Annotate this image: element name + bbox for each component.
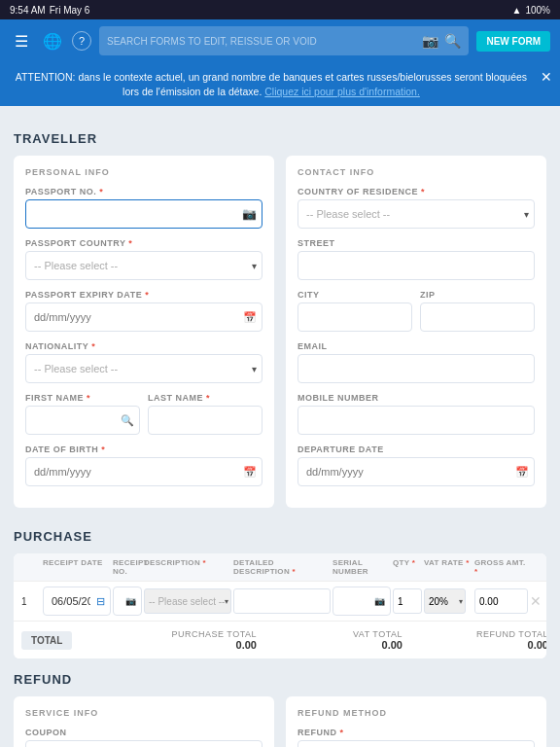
- last-name-field: LAST NAME *: [148, 393, 262, 435]
- status-bar: 9:54 AM Fri May 6 ▲ 100%: [0, 0, 560, 19]
- refund-method-header: REFUND METHOD: [298, 708, 535, 718]
- passport-camera-icon: [242, 207, 257, 221]
- last-name-input[interactable]: [148, 406, 262, 435]
- first-name-label: FIRST NAME *: [25, 393, 140, 403]
- traveller-section-header: TRAVELLER: [14, 131, 546, 146]
- passport-no-field: PASSPORT NO. *: [25, 187, 262, 229]
- passport-expiry-label: PASSPORT EXPIRY DATE *: [25, 290, 262, 300]
- col-description: DESCRIPTION *: [144, 558, 231, 576]
- refund-section-header: REFUND: [14, 672, 546, 687]
- row-date: [43, 587, 111, 616]
- col-serial: SERIAL NUMBER: [332, 558, 391, 576]
- contact-info-card: CONTACT INFO COUNTRY OF RESIDENCE * -- P…: [286, 156, 546, 508]
- refund-type-select[interactable]: Credit Card: [298, 740, 535, 747]
- serial-camera-icon: 📷: [374, 596, 385, 606]
- zip-label: ZIP: [420, 290, 535, 300]
- passport-expiry-calendar-icon: [243, 310, 257, 324]
- email-field: EMAIL: [298, 341, 535, 383]
- globe-icon[interactable]: 🌐: [41, 32, 64, 51]
- vat-total-label: VAT TOTAL: [264, 629, 402, 639]
- status-time: 9:54 AM: [10, 5, 46, 16]
- last-name-label: LAST NAME *: [148, 393, 262, 403]
- detailed-desc-input[interactable]: [233, 588, 331, 614]
- departure-date-calendar-icon: [515, 465, 529, 479]
- country-residence-select[interactable]: -- Please select --: [298, 199, 535, 229]
- row-num: 1: [21, 596, 41, 607]
- coupon-input[interactable]: [25, 740, 262, 747]
- street-label: STREET: [298, 238, 535, 248]
- help-icon[interactable]: ?: [72, 31, 91, 51]
- menu-icon[interactable]: ☰: [10, 32, 33, 51]
- table-row: 1 📷 -- Please select -- ▾: [14, 582, 546, 621]
- passport-country-select[interactable]: -- Please select --: [25, 251, 262, 280]
- wifi-icon: ▲: [512, 5, 522, 16]
- row-detailed-desc: [233, 588, 331, 614]
- dob-field: DATE OF BIRTH *: [25, 445, 262, 486]
- description-select[interactable]: -- Please select --: [144, 588, 231, 614]
- city-field: CITY: [298, 290, 412, 332]
- zip-field: ZIP: [420, 290, 535, 332]
- nationality-label: NATIONALITY *: [25, 341, 262, 351]
- departure-date-input[interactable]: [298, 457, 535, 486]
- alert-link[interactable]: Cliquez ici pour plus d'information.: [264, 86, 420, 97]
- personal-info-card: PERSONAL INFO PASSPORT NO. * PASSPORT CO…: [14, 156, 274, 508]
- search-bar[interactable]: 📷 🔍: [99, 26, 469, 55]
- coupon-field: COUPON 📷: [25, 728, 262, 747]
- dob-input[interactable]: [25, 457, 262, 486]
- col-receipt-date: RECEIPT DATE: [43, 558, 111, 576]
- alert-banner: ATTENTION: dans le contexte actuel, un g…: [0, 62, 560, 106]
- row-delete-button[interactable]: ✕: [530, 593, 546, 609]
- first-name-search-icon: [121, 413, 134, 427]
- row-vat: 20% ▾: [424, 588, 472, 614]
- row-qty: [393, 588, 422, 614]
- row-description: -- Please select -- ▾: [144, 588, 231, 614]
- passport-expiry-input[interactable]: [25, 302, 262, 332]
- email-input[interactable]: [298, 354, 535, 383]
- first-name-field: FIRST NAME *: [25, 393, 140, 435]
- country-residence-field: COUNTRY OF RESIDENCE * -- Please select …: [298, 187, 535, 229]
- col-detailed-desc: DETAILED DESCRIPTION *: [233, 558, 331, 576]
- total-button[interactable]: TOTAL: [21, 631, 72, 650]
- row-receipt-no: 📷: [113, 587, 142, 616]
- mobile-input[interactable]: [298, 406, 535, 435]
- name-fields: FIRST NAME * LAST NAME *: [25, 393, 262, 435]
- qty-input[interactable]: [393, 588, 422, 614]
- coupon-label: COUPON: [25, 728, 262, 737]
- departure-date-label: DEPARTURE DATE: [298, 445, 535, 454]
- purchase-total-value: 0.00: [236, 639, 257, 651]
- vat-total-group: VAT TOTAL 0.00: [264, 629, 410, 651]
- row-gross: [474, 588, 528, 614]
- passport-no-label: PASSPORT NO. *: [25, 187, 262, 196]
- vat-rate-select[interactable]: 20%: [424, 588, 466, 614]
- street-input[interactable]: [298, 251, 535, 280]
- col-receipt-no: RECEIPT NO.: [113, 558, 142, 576]
- city-input[interactable]: [298, 302, 412, 332]
- passport-no-input[interactable]: [25, 199, 262, 229]
- refund-type-label: REFUND *: [298, 728, 535, 737]
- service-info-card: SERVICE INFO COUPON 📷 SERVICE Flex Refun…: [14, 696, 274, 747]
- search-input[interactable]: [107, 35, 422, 47]
- gross-amt-input[interactable]: [474, 588, 528, 614]
- city-zip-fields: CITY ZIP: [298, 290, 535, 332]
- country-residence-label: COUNTRY OF RESIDENCE *: [298, 187, 535, 196]
- main-content: TRAVELLER PERSONAL INFO PASSPORT NO. * P…: [0, 106, 560, 747]
- zip-input[interactable]: [420, 302, 535, 332]
- nationality-field: NATIONALITY * -- Please select --: [25, 341, 262, 383]
- purchase-table: RECEIPT DATE RECEIPT NO. DESCRIPTION * D…: [14, 553, 546, 658]
- top-nav: ☰ 🌐 ? 📷 🔍 NEW FORM: [0, 19, 560, 62]
- passport-expiry-field: PASSPORT EXPIRY DATE *: [25, 290, 262, 332]
- refund-total-label: REFUND TOTAL: [410, 629, 546, 639]
- new-form-button[interactable]: NEW FORM: [476, 31, 550, 52]
- departure-date-field: DEPARTURE DATE: [298, 445, 535, 486]
- col-gross: GROSS AMT. *: [474, 558, 528, 576]
- dob-label: DATE OF BIRTH *: [25, 445, 262, 454]
- mobile-field: MOBILE NUMBER: [298, 393, 535, 435]
- row-serial: 📷: [332, 587, 391, 616]
- nationality-select[interactable]: -- Please select --: [25, 354, 262, 383]
- receipt-camera-icon: 📷: [125, 596, 136, 606]
- refund-type-field: REFUND * Credit Card: [298, 728, 535, 747]
- alert-close-button[interactable]: ✕: [541, 68, 552, 88]
- purchase-total-label: PURCHASE TOTAL: [119, 629, 257, 639]
- vat-total-value: 0.00: [382, 639, 402, 651]
- personal-info-header: PERSONAL INFO: [25, 167, 262, 177]
